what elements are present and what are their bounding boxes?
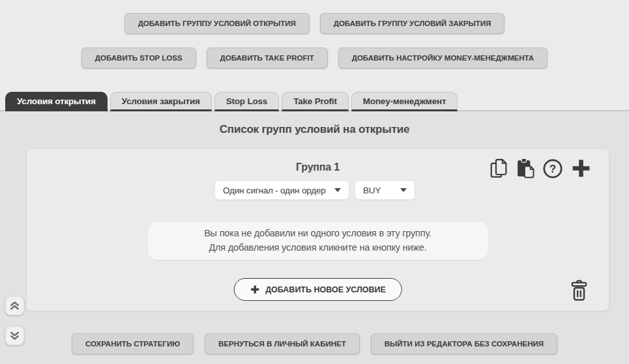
group-card-actions: ?	[490, 158, 592, 181]
tab-stop-loss[interactable]: Stop Loss	[214, 92, 279, 111]
tab-open-conditions[interactable]: Условия открытия	[5, 92, 108, 111]
chevrons-up-icon	[8, 300, 21, 312]
empty-state-message: Вы пока не добавили ни одного условия в …	[148, 222, 488, 260]
trash-icon	[569, 294, 589, 304]
save-strategy-button[interactable]: СОХРАНИТЬ СТРАТЕГИЮ	[72, 333, 194, 354]
group-settings-row: Один сигнал - один ордер BUY	[27, 180, 603, 200]
empty-state-line-1: Вы пока не добавили ни одного условия в …	[148, 227, 488, 241]
help-button[interactable]: ?	[542, 158, 563, 181]
signal-mode-value: Один сигнал - один ордер	[223, 186, 326, 195]
tab-close-conditions[interactable]: Условия закрытия	[110, 92, 212, 111]
copy-group-button[interactable]	[490, 158, 508, 181]
chevrons-down-icon	[8, 329, 21, 342]
svg-text:?: ?	[549, 162, 556, 174]
add-condition-button[interactable]: ДОБАВИТЬ НОВОЕ УСЛОВИЕ	[233, 278, 402, 301]
toolbar-row-1: ДОБАВИТЬ ГРУППУ УСЛОВИЙ ОТКРЫТИЯ ДОБАВИТ…	[0, 13, 629, 34]
back-to-cabinet-button[interactable]: ВЕРНУТЬСЯ В ЛИЧНЫЙ КАБИНЕТ	[205, 333, 360, 354]
signal-mode-select[interactable]: Один сигнал - один ордер	[214, 180, 349, 200]
footer-actions: СОХРАНИТЬ СТРАТЕГИЮ ВЕРНУТЬСЯ В ЛИЧНЫЙ К…	[0, 333, 629, 354]
top-toolbar: ДОБАВИТЬ ГРУППУ УСЛОВИЙ ОТКРЫТИЯ ДОБАВИТ…	[0, 0, 629, 68]
scroll-to-top-button[interactable]	[5, 296, 24, 315]
exit-without-saving-button[interactable]: ВЫЙТИ ИЗ РЕДАКТОРА БЕЗ СОХРАНЕНИЯ	[371, 333, 557, 354]
order-direction-value: BUY	[363, 186, 381, 195]
plus-icon	[570, 158, 592, 181]
order-direction-select[interactable]: BUY	[355, 180, 415, 200]
paste-group-button[interactable]	[516, 158, 535, 181]
plus-icon	[250, 285, 259, 294]
add-stop-loss-button[interactable]: ДОБАВИТЬ STOP LOSS	[81, 48, 196, 68]
add-take-profit-button[interactable]: ДОБАВИТЬ TAKE PROFIT	[207, 48, 328, 68]
chevron-down-icon	[400, 188, 407, 192]
content-area: Список групп условий на открытие Группа …	[0, 111, 629, 364]
tab-money-management[interactable]: Money-менеджмент	[351, 92, 458, 111]
scroll-to-bottom-button[interactable]	[5, 326, 24, 345]
copy-icon	[490, 158, 508, 181]
add-money-management-button[interactable]: ДОБАВИТЬ НАСТРОЙКУ MONEY-МЕНЕДЖМЕНТА	[338, 48, 548, 68]
strategy-editor-page: ДОБАВИТЬ ГРУППУ УСЛОВИЙ ОТКРЫТИЯ ДОБАВИТ…	[0, 0, 629, 364]
group-card: Группа 1	[26, 148, 609, 311]
add-condition-label: ДОБАВИТЬ НОВОЕ УСЛОВИЕ	[265, 285, 386, 294]
add-close-conditions-group-button[interactable]: ДОБАВИТЬ ГРУППУ УСЛОВИЙ ЗАКРЫТИЯ	[320, 13, 505, 34]
tab-bar: Условия открытия Условия закрытия Stop L…	[0, 92, 629, 111]
toolbar-row-2: ДОБАВИТЬ STOP LOSS ДОБАВИТЬ TAKE PROFIT …	[0, 48, 629, 68]
paste-icon	[516, 158, 535, 181]
empty-state-line-2: Для добавления условия кликните на кнопк…	[148, 241, 488, 255]
page-title: Список групп условий на открытие	[0, 123, 629, 136]
chevron-down-icon	[334, 188, 341, 192]
tab-take-profit[interactable]: Take Profit	[282, 92, 349, 111]
delete-group-button[interactable]	[569, 279, 589, 304]
add-group-button[interactable]	[570, 158, 592, 181]
help-icon: ?	[542, 158, 563, 181]
add-open-conditions-group-button[interactable]: ДОБАВИТЬ ГРУППУ УСЛОВИЙ ОТКРЫТИЯ	[124, 13, 310, 34]
